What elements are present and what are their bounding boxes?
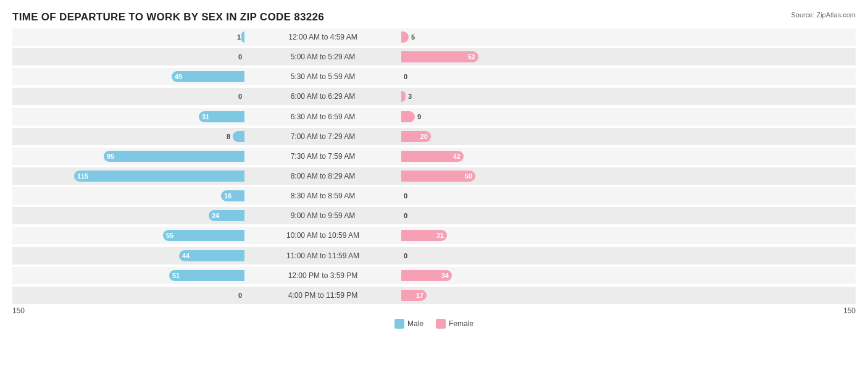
time-range-label: 5:30 AM to 5:59 AM — [247, 72, 399, 81]
male-value-label: 0 — [238, 93, 242, 100]
table-row: 112:00 AM to 4:59 AM5 — [12, 28, 856, 46]
time-range-label: 12:00 PM to 3:59 PM — [247, 271, 399, 280]
right-section: 5 — [399, 28, 633, 46]
time-range-label: 7:00 AM to 7:29 AM — [247, 132, 399, 141]
right-section: 42 — [399, 148, 633, 165]
female-value-label: 34 — [441, 272, 449, 279]
male-value-label: 51 — [172, 272, 180, 279]
table-row: 05:00 AM to 5:29 AM52 — [12, 48, 856, 65]
male-value-label: 44 — [182, 252, 190, 259]
table-row: 4411:00 AM to 11:59 AM0 — [12, 247, 856, 264]
chart-title: TIME OF DEPARTURE TO WORK BY SEX IN ZIP … — [12, 11, 856, 23]
female-value-label: 3 — [408, 93, 412, 100]
female-value-label: 0 — [404, 252, 407, 259]
female-value-label: 0 — [404, 212, 407, 219]
time-range-label: 8:00 AM to 8:29 AM — [247, 172, 399, 180]
female-value-label: 0 — [404, 192, 407, 200]
right-section: 0 — [399, 68, 633, 85]
time-range-label: 9:00 AM to 9:59 AM — [247, 211, 399, 220]
time-range-label: 5:00 AM to 5:29 AM — [247, 53, 399, 61]
female-value-label: 20 — [420, 133, 428, 140]
left-section: 95 — [12, 148, 247, 165]
time-range-label: 8:30 AM to 8:59 AM — [247, 192, 399, 200]
left-section: 44 — [12, 247, 247, 264]
left-section: 31 — [12, 108, 247, 125]
table-row: 06:00 AM to 6:29 AM3 — [12, 88, 856, 105]
left-section: 0 — [12, 48, 247, 65]
table-row: 495:30 AM to 5:59 AM0 — [12, 68, 856, 85]
time-range-label: 6:00 AM to 6:29 AM — [247, 92, 399, 101]
female-value-label: 52 — [468, 53, 475, 61]
legend-female-box — [436, 319, 446, 329]
female-value-label: 31 — [436, 232, 444, 239]
chart-area: 112:00 AM to 4:59 AM505:00 AM to 5:29 AM… — [12, 28, 856, 323]
legend-male-box — [394, 319, 404, 329]
female-value-label: 17 — [416, 292, 424, 299]
right-section: 17 — [399, 287, 633, 304]
time-range-label: 10:00 AM to 10:59 AM — [247, 231, 399, 240]
right-section: 0 — [399, 247, 633, 264]
right-section: 0 — [399, 207, 633, 224]
table-row: 168:30 AM to 8:59 AM0 — [12, 187, 856, 205]
legend-female: Female — [436, 319, 474, 329]
male-value-label: 0 — [238, 292, 242, 299]
male-value-label: 0 — [238, 53, 242, 61]
male-value-label: 115 — [77, 172, 88, 180]
female-value-label: 9 — [417, 113, 421, 120]
right-section: 52 — [399, 48, 633, 65]
time-range-label: 4:00 PM to 11:59 PM — [247, 291, 399, 300]
time-range-label: 12:00 AM to 4:59 AM — [247, 33, 399, 41]
source-label: Source: ZipAtlas.com — [791, 11, 856, 19]
legend-male: Male — [394, 319, 424, 329]
male-value-label: 24 — [212, 212, 219, 219]
male-value-label: 49 — [175, 73, 182, 80]
table-row: 249:00 AM to 9:59 AM0 — [12, 207, 856, 224]
female-value-label: 5 — [411, 33, 415, 41]
male-value-label: 95 — [107, 153, 114, 160]
right-section: 3 — [399, 88, 633, 105]
right-section: 31 — [399, 227, 633, 244]
left-section: 1 — [12, 28, 247, 46]
table-row: 5112:00 PM to 3:59 PM34 — [12, 267, 856, 284]
left-section: 16 — [12, 187, 247, 205]
table-row: 957:30 AM to 7:59 AM42 — [12, 148, 856, 165]
left-section: 115 — [12, 167, 247, 185]
rows-container: 112:00 AM to 4:59 AM505:00 AM to 5:29 AM… — [12, 28, 856, 304]
right-section: 0 — [399, 187, 633, 205]
table-row: 5510:00 AM to 10:59 AM31 — [12, 227, 856, 244]
left-section: 8 — [12, 128, 247, 145]
right-section: 34 — [399, 267, 633, 284]
legend: Male Female — [12, 319, 856, 329]
left-section: 51 — [12, 267, 247, 284]
table-row: 316:30 AM to 6:59 AM9 — [12, 108, 856, 125]
left-section: 49 — [12, 68, 247, 85]
right-section: 9 — [399, 108, 633, 125]
axis-right: 150 — [843, 306, 856, 315]
male-value-label: 16 — [224, 192, 232, 200]
axis-labels: 150 150 — [12, 306, 856, 315]
female-value-label: 42 — [453, 153, 461, 160]
chart-container: TIME OF DEPARTURE TO WORK BY SEX IN ZIP … — [0, 0, 868, 367]
male-value-label: 1 — [237, 33, 241, 41]
left-section: 0 — [12, 88, 247, 105]
legend-female-label: Female — [449, 319, 474, 328]
male-value-label: 55 — [166, 232, 173, 239]
table-row: 04:00 PM to 11:59 PM17 — [12, 287, 856, 304]
time-range-label: 11:00 AM to 11:59 AM — [247, 251, 399, 260]
left-section: 55 — [12, 227, 247, 244]
table-row: 1158:00 AM to 8:29 AM50 — [12, 167, 856, 185]
table-row: 87:00 AM to 7:29 AM20 — [12, 128, 856, 145]
right-section: 20 — [399, 128, 633, 145]
female-value-label: 0 — [404, 73, 407, 80]
axis-left: 150 — [12, 306, 25, 315]
time-range-label: 6:30 AM to 6:59 AM — [247, 112, 399, 121]
male-value-label: 8 — [227, 133, 230, 140]
time-range-label: 7:30 AM to 7:59 AM — [247, 152, 399, 161]
left-section: 0 — [12, 287, 247, 304]
right-section: 50 — [399, 167, 633, 185]
left-section: 24 — [12, 207, 247, 224]
female-value-label: 50 — [465, 172, 472, 180]
male-value-label: 31 — [202, 113, 209, 120]
legend-male-label: Male — [407, 319, 424, 328]
